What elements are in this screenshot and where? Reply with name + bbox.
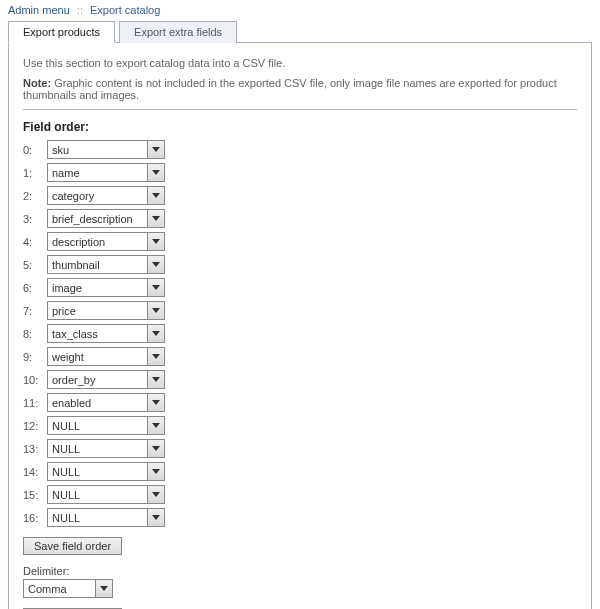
field-select[interactable]: thumbnail [47,255,165,274]
field-select[interactable]: order_by [47,370,165,389]
chevron-down-icon [147,463,164,480]
chevron-down-icon [147,210,164,227]
field-row: 0:sku [23,140,577,159]
field-select[interactable]: enabled [47,393,165,412]
field-row: 3:brief_description [23,209,577,228]
tab-export-products[interactable]: Export products [8,21,115,43]
field-select[interactable]: image [47,278,165,297]
chevron-down-icon [147,440,164,457]
field-select[interactable]: tax_class [47,324,165,343]
field-index-label: 7: [23,305,47,317]
field-select[interactable]: price [47,301,165,320]
chevron-down-icon [147,394,164,411]
svg-marker-14 [152,469,160,474]
field-select-value: NULL [48,512,147,524]
field-select-value: order_by [48,374,147,386]
breadcrumb: Admin menu :: Export catalog [0,0,600,20]
svg-marker-2 [152,193,160,198]
field-select-value: description [48,236,147,248]
field-select[interactable]: NULL [47,508,165,527]
field-index-label: 14: [23,466,47,478]
save-field-order-button[interactable]: Save field order [23,537,122,555]
delimiter-select[interactable]: Comma [23,579,113,598]
svg-marker-12 [152,423,160,428]
chevron-down-icon [95,580,112,597]
field-select-value: image [48,282,147,294]
note-body: Graphic content is not included in the e… [23,77,557,101]
field-index-label: 12: [23,420,47,432]
field-index-label: 13: [23,443,47,455]
field-select-value: thumbnail [48,259,147,271]
tab-export-extra-fields[interactable]: Export extra fields [119,21,237,43]
delimiter-label: Delimiter: [23,565,577,577]
svg-marker-5 [152,262,160,267]
field-index-label: 16: [23,512,47,524]
svg-marker-4 [152,239,160,244]
field-index-label: 3: [23,213,47,225]
field-select-value: brief_description [48,213,147,225]
chevron-down-icon [147,325,164,342]
chevron-down-icon [147,256,164,273]
field-row: 5:thumbnail [23,255,577,274]
field-row: 9:weight [23,347,577,366]
chevron-down-icon [147,187,164,204]
chevron-down-icon [147,348,164,365]
tab-bar: Export products Export extra fields [8,21,592,43]
field-index-label: 4: [23,236,47,248]
field-index-label: 11: [23,397,47,409]
svg-marker-6 [152,285,160,290]
svg-marker-13 [152,446,160,451]
field-select[interactable]: name [47,163,165,182]
field-select[interactable]: NULL [47,462,165,481]
field-select[interactable]: sku [47,140,165,159]
svg-marker-10 [152,377,160,382]
field-select-value: NULL [48,466,147,478]
chevron-down-icon [147,302,164,319]
chevron-down-icon [147,417,164,434]
chevron-down-icon [147,164,164,181]
field-row: 7:price [23,301,577,320]
content-box: Use this section to export catalog data … [8,42,592,609]
field-select-value: NULL [48,489,147,501]
field-row: 4:description [23,232,577,251]
delimiter-select-value: Comma [24,583,95,595]
chevron-down-icon [147,371,164,388]
field-row: 1:name [23,163,577,182]
divider [23,109,577,110]
svg-marker-15 [152,492,160,497]
field-select[interactable]: description [47,232,165,251]
field-order-list: 0:sku1:name2:category3:brief_description… [23,140,577,527]
field-row: 6:image [23,278,577,297]
field-order-title: Field order: [23,120,577,134]
field-select[interactable]: NULL [47,485,165,504]
note-bold: Note: [23,77,51,89]
field-row: 8:tax_class [23,324,577,343]
field-index-label: 9: [23,351,47,363]
field-row: 16:NULL [23,508,577,527]
breadcrumb-home-link[interactable]: Admin menu [8,4,70,16]
field-select[interactable]: NULL [47,439,165,458]
field-row: 13:NULL [23,439,577,458]
field-select[interactable]: brief_description [47,209,165,228]
field-select-value: tax_class [48,328,147,340]
field-row: 2:category [23,186,577,205]
svg-marker-16 [152,515,160,520]
field-index-label: 2: [23,190,47,202]
field-row: 10:order_by [23,370,577,389]
field-select[interactable]: NULL [47,416,165,435]
field-select[interactable]: category [47,186,165,205]
svg-marker-8 [152,331,160,336]
chevron-down-icon [147,141,164,158]
note-text: Note: Graphic content is not included in… [23,77,577,101]
field-select-value: price [48,305,147,317]
field-row: 11:enabled [23,393,577,412]
chevron-down-icon [147,509,164,526]
intro-text: Use this section to export catalog data … [23,57,577,69]
svg-marker-3 [152,216,160,221]
svg-marker-0 [152,147,160,152]
field-index-label: 15: [23,489,47,501]
chevron-down-icon [147,486,164,503]
field-select-value: weight [48,351,147,363]
field-select[interactable]: weight [47,347,165,366]
field-select-value: NULL [48,443,147,455]
